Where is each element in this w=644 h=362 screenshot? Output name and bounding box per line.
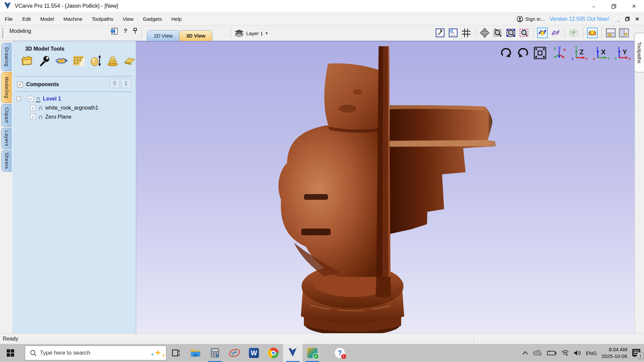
minimize-button[interactable]: – — [584, 0, 604, 12]
toolpaths-tab[interactable]: Toolpaths — [634, 33, 644, 72]
layer-dropdown[interactable]: Layer 1 ▾ — [235, 29, 268, 37]
zero-plane-label[interactable]: Zero Plane — [45, 114, 71, 120]
notification-badge: 1 — [637, 352, 644, 359]
pin-panel-icon[interactable] — [133, 28, 138, 35]
separator — [16, 92, 132, 92]
grid-icon[interactable] — [461, 27, 472, 38]
snipping-tool-button[interactable]: ✂ — [225, 344, 244, 362]
toolbar-group-separator — [601, 28, 602, 38]
menu-model[interactable]: Model — [36, 12, 59, 25]
shaded-view-icon[interactable] — [537, 27, 548, 38]
rotate-ccw-button[interactable] — [517, 47, 529, 59]
zoom-icon[interactable] — [492, 27, 503, 38]
toolbar-group-separator — [533, 28, 533, 38]
restore-button[interactable] — [604, 0, 624, 12]
calculator-button[interactable] — [205, 344, 225, 362]
panel-grip[interactable] — [2, 28, 3, 38]
sidebar-tab-sheets[interactable]: Sheets — [1, 150, 12, 172]
restore-doc-button[interactable] — [625, 17, 630, 21]
tab-2d-view[interactable]: 2D View — [147, 30, 180, 41]
wifi-icon[interactable] — [561, 350, 569, 356]
chrome-button[interactable] — [264, 344, 283, 362]
panel-help-button[interactable]: ? — [121, 27, 129, 35]
sidebar-tab-layers[interactable]: Layers — [1, 128, 12, 149]
minimize-doc-button[interactable]: _ — [617, 16, 620, 22]
components-checkbox[interactable]: ✓ — [17, 82, 23, 87]
menu-edit[interactable]: Edit — [17, 12, 36, 25]
sidebar-tab-modeling[interactable]: Modeling — [1, 72, 12, 103]
view-along-z-button[interactable]: YZzx — [571, 46, 588, 60]
import-component-icon[interactable] — [20, 55, 34, 67]
texture-area-icon[interactable] — [72, 55, 85, 67]
zoom-window-icon[interactable] — [505, 27, 516, 38]
two-rail-sweep-icon[interactable] — [55, 55, 68, 67]
turn-model-icon[interactable] — [106, 55, 119, 67]
clock[interactable]: 8:04 AM 2025-10-06 — [601, 346, 627, 360]
move-level-down-button[interactable]: ⇩ — [121, 79, 131, 88]
view-along-y-button[interactable]: zYYx — [614, 46, 631, 60]
sculpt-tools-icon[interactable] — [38, 55, 51, 67]
layout-split-view-icon[interactable] — [619, 27, 629, 38]
dock-panel-icon[interactable] — [110, 27, 118, 35]
version-banner-link[interactable]: Version 12.505 Out Now! — [549, 16, 609, 22]
collapse-level-button[interactable]: − — [16, 97, 21, 101]
iso-x-label: x — [564, 47, 566, 52]
tab-2d-label: 2D View — [154, 33, 173, 39]
component-checkbox[interactable]: ✓ — [30, 105, 36, 111]
rook-3d-model — [136, 42, 635, 334]
close-button[interactable]: ✕ — [624, 0, 644, 12]
file-explorer-button[interactable] — [186, 344, 205, 362]
word-button[interactable]: W — [244, 344, 264, 362]
battery-icon[interactable] — [547, 350, 556, 356]
component-label[interactable]: white_rook_argnoath1 — [45, 105, 98, 111]
avg-button[interactable]: ✓ — [303, 344, 322, 362]
wireframe-view-icon[interactable] — [550, 27, 561, 38]
menu-help[interactable]: Help — [167, 12, 186, 25]
tray-chevron-icon[interactable] — [522, 351, 528, 355]
pan-icon[interactable] — [479, 27, 490, 38]
search-input[interactable] — [40, 350, 166, 356]
view-orientation-controls: YZx YZzx zXxY zYYx — [500, 46, 631, 60]
sidebar-tab-clipart[interactable]: Clipart — [1, 104, 12, 127]
toolpath-preview-icon[interactable] — [569, 27, 579, 38]
notification-center-button[interactable]: 1 — [632, 349, 641, 357]
level1-checkbox[interactable]: ✓ — [28, 96, 34, 102]
slice-model-icon[interactable] — [123, 55, 137, 67]
chrome-icon — [268, 348, 279, 358]
menu-file[interactable]: File — [0, 12, 17, 25]
zoom-selected-icon[interactable] — [519, 27, 529, 38]
start-button[interactable] — [0, 344, 21, 362]
fit-to-material-icon[interactable] — [435, 27, 445, 38]
iso-view-button[interactable]: YZx — [551, 46, 567, 60]
help-button[interactable]: ?! — [330, 344, 350, 362]
fit-view-button[interactable] — [533, 47, 547, 59]
y-right-label: x — [629, 57, 631, 60]
vcarve-taskbar-button[interactable] — [283, 344, 303, 362]
z-corner-label: z — [572, 57, 574, 60]
close-doc-button[interactable]: ✕ — [635, 16, 639, 22]
menu-toolpaths[interactable]: Toolpaths — [87, 12, 118, 25]
menu-view[interactable]: View — [118, 12, 138, 25]
onedrive-icon[interactable] — [533, 350, 542, 356]
zero-plane-checkbox[interactable]: ✓ — [30, 114, 36, 120]
iso-z-label: Z — [558, 46, 561, 51]
task-view-button[interactable] — [166, 344, 186, 362]
tab-3d-view[interactable]: 3D View — [179, 30, 212, 41]
emboss-component-icon[interactable] — [89, 55, 102, 67]
taskbar-search[interactable]: ✦✦✦ — [25, 346, 166, 360]
move-level-up-button[interactable]: ⇧ — [110, 79, 120, 88]
menu-gadgets[interactable]: Gadgets — [138, 12, 167, 25]
language-indicator[interactable]: ENG — [586, 350, 597, 356]
sign-in-button[interactable]: Sign in... — [517, 16, 545, 22]
viewport-3d[interactable]: YZx YZzx zXxY zYYx — [136, 41, 635, 333]
view-along-x-button[interactable]: zXxY — [592, 46, 610, 60]
snap-settings-icon[interactable] — [448, 27, 459, 38]
volume-icon[interactable] — [574, 350, 581, 356]
rotate-cw-button[interactable] — [500, 47, 513, 59]
toolpaths-tab-label: Toolpaths — [637, 42, 642, 63]
sidebar-tab-drawing[interactable]: Drawing — [1, 43, 12, 71]
material-setup-icon[interactable] — [587, 27, 598, 38]
level1-label[interactable]: Level 1 — [43, 96, 61, 102]
layout-multi-view-icon[interactable] — [605, 27, 616, 38]
menu-machine[interactable]: Machine — [59, 12, 87, 25]
